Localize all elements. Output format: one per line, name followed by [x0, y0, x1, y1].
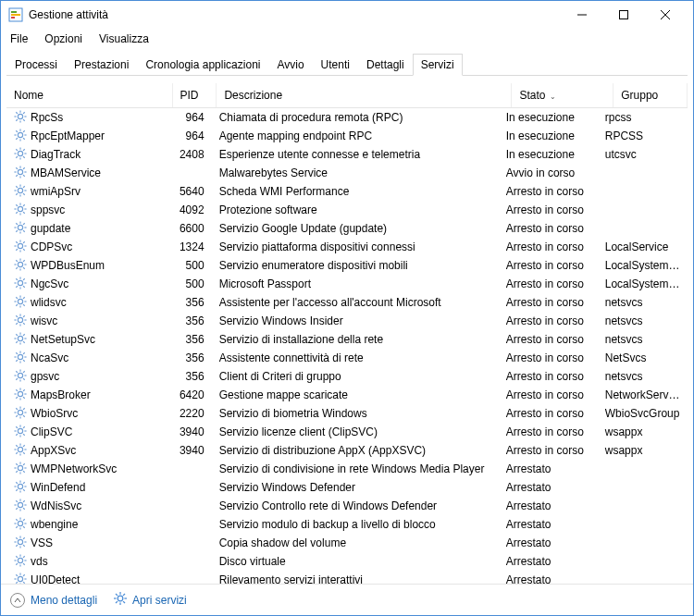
gear-icon — [14, 480, 27, 496]
svg-line-112 — [16, 315, 18, 317]
service-desc: Servizio di installazione della rete — [212, 333, 499, 346]
header-pid[interactable]: PID — [173, 83, 217, 107]
tab-cronologia[interactable]: Cronologia applicazioni — [137, 54, 268, 76]
table-row[interactable]: gupdate6600Servizio Google Update (gupda… — [6, 219, 688, 238]
table-row[interactable]: MapsBroker6420Gestione mappe scaricateAr… — [6, 386, 688, 404]
minimize-button[interactable] — [561, 1, 602, 29]
service-desc: Servizio di biometria Windows — [212, 407, 499, 420]
table-row[interactable]: UI0DetectRilevamento servizi interattivi… — [6, 571, 688, 584]
table-row[interactable]: AppXSvc3940Servizio di distribuzione App… — [6, 441, 688, 460]
table-row[interactable]: WdNisSvcServizio Controllo rete di Windo… — [6, 497, 688, 515]
table-row[interactable]: NgcSvc500Microsoft PassportArresto in co… — [6, 275, 688, 293]
table-row[interactable]: WinDefendServizio Windows DefenderArrest… — [6, 478, 688, 497]
service-desc: Scheda WMI Performance — [212, 185, 499, 198]
window-controls — [561, 1, 686, 29]
svg-line-240 — [23, 574, 25, 576]
service-status: Arresto in corso — [499, 407, 598, 420]
svg-line-132 — [23, 352, 25, 354]
svg-line-187 — [16, 471, 18, 473]
service-group: wsappx — [598, 444, 688, 457]
header-descrizione[interactable]: Descrizione — [217, 83, 512, 107]
tab-prestazioni[interactable]: Prestazioni — [66, 54, 137, 76]
svg-line-213 — [23, 519, 25, 521]
table-row[interactable]: wlidsvc356Assistente per l'accesso all'a… — [6, 293, 688, 312]
table-row[interactable]: vdsDisco virtualeArrestato — [6, 552, 688, 571]
tab-servizi[interactable]: Servizi — [413, 54, 463, 76]
tab-processi[interactable]: Processi — [6, 54, 66, 76]
table-row[interactable]: RpcSs964Chiamata di procedura remota (RP… — [6, 108, 688, 127]
open-services-link[interactable]: Apri servizi — [114, 592, 187, 608]
menu-file[interactable]: File — [6, 31, 31, 47]
gear-icon — [14, 203, 27, 218]
service-desc: Servizio Windows Defender — [212, 481, 499, 494]
tab-avvio[interactable]: Avvio — [268, 54, 312, 76]
svg-line-274 — [116, 594, 118, 596]
tab-utenti[interactable]: Utenti — [313, 54, 358, 76]
svg-rect-5 — [619, 11, 627, 19]
svg-line-157 — [16, 408, 18, 410]
svg-rect-3 — [11, 17, 15, 18]
fewer-details-link[interactable]: Meno dettagli — [10, 593, 97, 608]
service-name: WPDBusEnum — [31, 259, 105, 272]
svg-line-114 — [23, 315, 25, 317]
tab-dettagli[interactable]: Dettagli — [358, 54, 413, 76]
service-status: Arrestato — [499, 462, 598, 475]
table-row[interactable]: WbioSrvc2220Servizio di biometria Window… — [6, 404, 688, 423]
table-row[interactable]: DiagTrack2408Esperienze utente connesse … — [6, 145, 688, 164]
table-row[interactable]: gpsvc356Client di Criteri di gruppoArres… — [6, 367, 688, 386]
table-row[interactable]: NcaSvc356Assistente connettività di rete… — [6, 349, 688, 367]
svg-line-69 — [23, 223, 25, 225]
svg-line-43 — [16, 175, 18, 177]
service-desc: Microsoft Passport — [212, 277, 499, 290]
service-pid: 6420 — [168, 388, 212, 401]
table-row[interactable]: VSSCopia shadow del volumeArrestato — [6, 534, 688, 552]
table-row[interactable]: wisvc356Servizio Windows InsiderArresto … — [6, 312, 688, 330]
column-headers: Nome PID Descrizione Stato⌄ Gruppo — [6, 83, 688, 108]
table-row[interactable]: MBAMServiceMalwarebytes ServiceAvvio in … — [6, 164, 688, 182]
gear-icon — [14, 147, 27, 163]
svg-line-87 — [23, 260, 25, 262]
table-row[interactable]: sppsvc4092Protezione softwareArresto in … — [6, 201, 688, 219]
table-row[interactable]: wbengineServizio modulo di backup a live… — [6, 515, 688, 534]
svg-line-275 — [123, 601, 125, 603]
svg-point-224 — [18, 558, 22, 562]
menu-opzioni[interactable]: Opzioni — [41, 31, 86, 47]
svg-line-160 — [16, 415, 18, 417]
menu-visualizza[interactable]: Visualizza — [95, 31, 153, 47]
svg-point-215 — [18, 539, 22, 544]
table-row[interactable]: wmiApSrv5640Scheda WMI PerformanceArrest… — [6, 182, 688, 201]
service-desc: Servizio Windows Insider — [212, 314, 499, 327]
maximize-button[interactable] — [602, 1, 644, 29]
header-gruppo[interactable]: Gruppo — [613, 83, 688, 107]
gear-icon — [114, 592, 127, 608]
svg-line-76 — [16, 241, 18, 243]
service-status: Arrestato — [499, 573, 598, 584]
table-row[interactable]: WMPNetworkSvcServizio di condivisione in… — [6, 460, 688, 478]
service-status: Arresto in corso — [499, 425, 598, 438]
service-pid: 356 — [168, 351, 212, 364]
svg-point-179 — [18, 465, 22, 470]
svg-line-131 — [23, 360, 25, 362]
header-nome[interactable]: Nome — [6, 83, 173, 107]
svg-point-17 — [18, 132, 22, 137]
header-stato[interactable]: Stato⌄ — [512, 83, 613, 107]
service-status: In esecuzione — [499, 111, 598, 124]
close-button[interactable] — [644, 1, 686, 29]
services-list[interactable]: RpcSs964Chiamata di procedura remota (RP… — [6, 108, 688, 584]
gear-icon — [14, 166, 27, 181]
service-desc: Malwarebytes Service — [212, 166, 499, 179]
svg-line-196 — [16, 489, 18, 491]
table-row[interactable]: WPDBusEnum500Servizio enumeratore dispos… — [6, 256, 688, 275]
svg-line-130 — [16, 352, 18, 354]
service-desc: Servizio di distribuzione AppX (AppXSVC) — [212, 444, 499, 457]
service-status: Arresto in corso — [499, 222, 598, 235]
svg-line-78 — [23, 241, 25, 243]
service-desc: Servizio enumeratore dispositivi mobili — [212, 259, 499, 272]
svg-line-61 — [16, 212, 18, 214]
table-row[interactable]: CDPSvc1324Servizio piattaforma dispositi… — [6, 238, 688, 256]
table-row[interactable]: ClipSVC3940Servizio licenze client (Clip… — [6, 423, 688, 441]
service-name: VSS — [31, 536, 53, 549]
table-row[interactable]: RpcEptMapper964Agente mapping endpoint R… — [6, 127, 688, 145]
table-row[interactable]: NetSetupSvc356Servizio di installazione … — [6, 330, 688, 349]
service-pid: 964 — [168, 111, 212, 124]
